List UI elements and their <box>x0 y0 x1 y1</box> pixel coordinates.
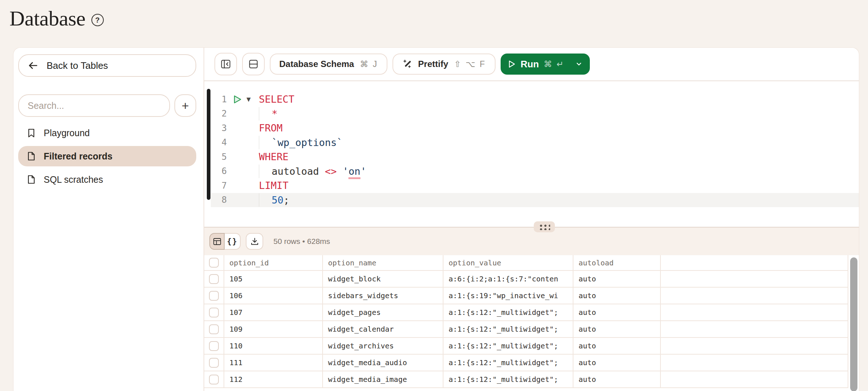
row-select-cell <box>204 287 224 304</box>
table-cell: 111 <box>224 354 323 371</box>
table-cell-filler <box>660 304 848 321</box>
json-view-icon: {} <box>227 237 237 246</box>
collapse-sidebar-button[interactable] <box>214 53 237 75</box>
table-cell-filler <box>660 337 848 354</box>
editor-line: 850; <box>204 193 859 208</box>
file-icon <box>26 151 36 161</box>
sidebar: Back to Tables + PlaygroundFiltered reco… <box>13 48 204 391</box>
pane-divider[interactable] <box>204 227 859 228</box>
table-cell: auto <box>573 337 660 354</box>
table-cell: auto <box>573 270 660 287</box>
table-cell: widget_media_audio <box>323 354 443 371</box>
row-select-cell <box>204 371 224 388</box>
fold-arrow-icon[interactable]: ▼ <box>246 96 251 103</box>
prettify-button[interactable]: Prettify ⇧ ⌥ F <box>392 54 495 75</box>
table-cell: 105 <box>224 270 323 287</box>
table-row[interactable]: 110widget_archivesa:1:{s:12:"_multiwidge… <box>204 337 848 354</box>
database-schema-button[interactable]: Database Schema ⌘ J <box>270 54 387 75</box>
sidebar-item-sql-scratches[interactable]: SQL scratches <box>18 169 196 190</box>
table-view-icon <box>213 237 222 246</box>
table-cell: widget_archives <box>323 337 443 354</box>
add-query-button[interactable]: + <box>174 94 196 117</box>
column-header-autoload[interactable]: autoload <box>573 255 660 270</box>
column-header-option_id[interactable]: option_id <box>224 255 323 270</box>
help-icon[interactable]: ? <box>91 14 104 26</box>
editor-line: 5WHERE <box>204 150 859 164</box>
run-button[interactable]: Run ⌘ ↵ <box>501 54 590 75</box>
sidebar-item-label: Filtered records <box>44 151 113 162</box>
table-cell: a:1:{s:12:"_multiwidget"; <box>443 371 573 388</box>
row-checkbox[interactable] <box>209 308 219 317</box>
table-row[interactable]: 107widget_pagesa:1:{s:12:"_multiwidget";… <box>204 304 848 321</box>
back-to-tables-button[interactable]: Back to Tables <box>18 54 196 77</box>
column-header-option_value[interactable]: option_value <box>443 255 573 270</box>
row-checkbox[interactable] <box>209 274 219 284</box>
table-cell: a:1:{s:12:"_multiwidget"; <box>443 321 573 337</box>
table-row[interactable]: 106sidebars_widgetsa:1:{s:19:"wp_inactiv… <box>204 287 848 304</box>
database-schema-label: Database Schema <box>279 59 354 69</box>
column-header-option_name[interactable]: option_name <box>323 255 443 270</box>
wand-icon <box>402 59 412 69</box>
sidebar-item-playground[interactable]: Playground <box>18 123 196 143</box>
arrow-left-icon <box>28 60 39 71</box>
split-rows-icon <box>248 59 259 70</box>
code-text: SELECT <box>259 94 295 105</box>
run-line-icon <box>233 95 242 104</box>
table-cell-filler <box>660 287 848 304</box>
table-cell: 107 <box>224 304 323 321</box>
query-status: 50 rows • 628ms <box>273 237 330 246</box>
results-table-region: option_idoption_nameoption_valueautoload… <box>204 255 859 391</box>
table-row[interactable]: 105widget_blocka:6:{i:2;a:1:{s:7:"conten… <box>204 270 848 287</box>
row-select-cell <box>204 354 224 371</box>
app-header: Database ? <box>0 0 868 47</box>
view-switcher: {} <box>209 233 241 250</box>
sidebar-item-filtered-records[interactable]: Filtered records <box>18 146 196 166</box>
table-cell: a:6:{i:2;a:1:{s:7:"conten <box>443 270 573 287</box>
row-checkbox[interactable] <box>209 291 219 301</box>
editor-line: 2* <box>204 107 859 121</box>
row-checkbox[interactable] <box>209 358 219 368</box>
editor-lines: 1▼SELECT2*3FROM4`wp_options`5WHERE6autol… <box>204 92 859 207</box>
indent-guide <box>259 107 259 121</box>
file-icon <box>26 174 36 185</box>
code-text: autoload <> 'on' <box>259 166 366 177</box>
indent-guide <box>259 165 259 178</box>
json-view-button[interactable]: {} <box>224 233 241 250</box>
select-all-checkbox[interactable] <box>209 258 219 268</box>
row-checkbox[interactable] <box>209 375 219 384</box>
table-view-button[interactable] <box>209 233 225 250</box>
code-text: `wp_options` <box>259 137 343 148</box>
table-header-row: option_idoption_nameoption_valueautoload <box>204 255 848 270</box>
results-scrollbar[interactable] <box>850 257 857 391</box>
table-cell: 106 <box>224 287 323 304</box>
table-cell: widget_pages <box>323 304 443 321</box>
bookmark-icon <box>26 128 36 138</box>
row-checkbox[interactable] <box>209 341 219 351</box>
table-cell: auto <box>573 304 660 321</box>
prettify-label: Prettify <box>418 59 448 69</box>
table-cell-filler <box>660 354 848 371</box>
sql-editor[interactable]: 1▼SELECT2*3FROM4`wp_options`5WHERE6autol… <box>204 81 859 227</box>
saved-queries-list: PlaygroundFiltered recordsSQL scratches <box>18 123 196 190</box>
table-cell: a:1:{s:19:"wp_inactive_wi <box>443 287 573 304</box>
sidebar-item-label: Playground <box>44 128 90 138</box>
table-row[interactable]: 112widget_media_imagea:1:{s:12:"_multiwi… <box>204 371 848 388</box>
table-cell: auto <box>573 321 660 337</box>
table-row[interactable]: 109widget_calendara:1:{s:12:"_multiwidge… <box>204 321 848 337</box>
run-dropdown-button[interactable] <box>575 60 583 68</box>
column-header-filler <box>660 255 848 270</box>
panel-left-collapse-icon <box>220 59 231 70</box>
table-cell: sidebars_widgets <box>323 287 443 304</box>
play-icon <box>507 60 516 68</box>
search-input[interactable] <box>18 94 170 117</box>
drag-handle[interactable] <box>534 221 555 232</box>
row-checkbox[interactable] <box>209 324 219 334</box>
select-all-cell <box>204 255 224 270</box>
table-cell: 110 <box>224 337 323 354</box>
table-row[interactable]: 111widget_media_audioa:1:{s:12:"_multiwi… <box>204 354 848 371</box>
editor-line: 4`wp_options` <box>204 135 859 150</box>
editor-line: 1▼SELECT <box>204 92 859 107</box>
download-button[interactable] <box>246 233 263 250</box>
split-horizontal-button[interactable] <box>242 53 265 75</box>
editor-scrollbar[interactable] <box>207 89 210 200</box>
